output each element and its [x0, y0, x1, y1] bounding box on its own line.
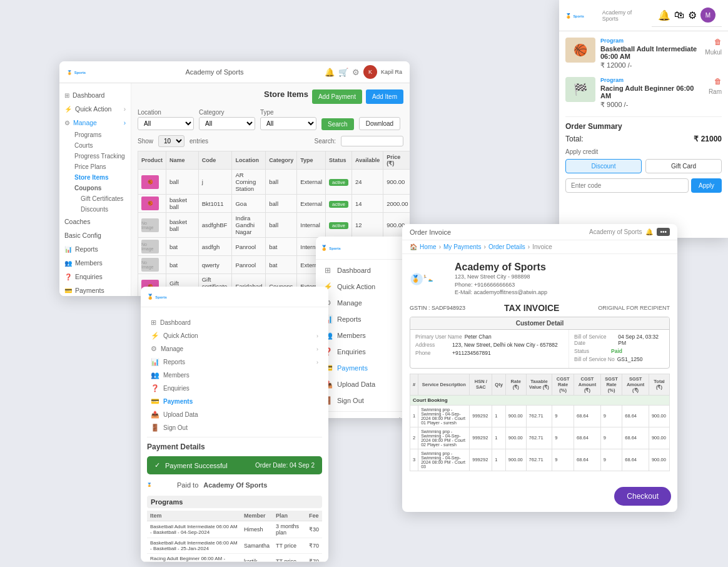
- pay-nav-upload[interactable]: 📤 Upload Data: [147, 408, 322, 421]
- inv-col-desc: Service Description: [418, 374, 470, 395]
- sidebar-item-enquiries[interactable]: ❓ Enquiries: [59, 270, 131, 284]
- checkout-button[interactable]: Checkout: [614, 487, 671, 506]
- inv-col-sgst-amt: SGST Amount (₹): [622, 374, 649, 395]
- cart-bag-icon[interactable]: 🛍: [674, 9, 684, 21]
- pay-nav-quick-action[interactable]: ⚡ Quick Action ›: [147, 329, 322, 342]
- cart-body: 🏀 Program Basketball Adult Intermediate …: [559, 31, 728, 238]
- download-button[interactable]: Download: [359, 117, 400, 130]
- nav-label-manage: Manage: [337, 299, 362, 307]
- inv-phone-label: Phone: [415, 350, 450, 356]
- row-status: active: [326, 195, 352, 213]
- location-label: Location: [138, 109, 194, 116]
- show-select[interactable]: 10: [158, 135, 185, 147]
- prog-member: Himesh: [241, 521, 273, 538]
- inv-col-hsn: HSN / SAC: [470, 374, 492, 395]
- inv-dots-icon[interactable]: •••: [657, 228, 670, 236]
- inv-bell-icon[interactable]: 🔔: [645, 228, 653, 235]
- table-search-input[interactable]: [341, 136, 403, 146]
- row-available: 14: [352, 195, 383, 213]
- programs-table-row: Basketball Adult Intermediate 06:00 AM -…: [147, 538, 322, 554]
- inv-row-rate: 900.00: [505, 405, 526, 427]
- sidebar-item-dashboard[interactable]: ⊞ Dashboard: [59, 88, 131, 102]
- bell-icon[interactable]: 🔔: [325, 68, 335, 77]
- submenu-programs[interactable]: Programs: [71, 130, 131, 140]
- add-payment-button[interactable]: Add Payment: [312, 89, 362, 104]
- row-location: Goa: [232, 195, 266, 213]
- sidebar-item-reports[interactable]: 📊 Reports: [59, 242, 131, 256]
- submenu-store-items[interactable]: Store Items: [71, 172, 131, 183]
- breadcrumb-order-details[interactable]: Order Details: [488, 243, 525, 250]
- submenu-courts[interactable]: Courts: [71, 140, 131, 151]
- category-select[interactable]: All: [199, 117, 255, 130]
- pay-nav-reports[interactable]: 📊 Reports ›: [147, 355, 322, 369]
- pay-nav-manage[interactable]: ⚙ Manage ›: [147, 342, 322, 355]
- breadcrumb-home[interactable]: Home: [420, 243, 437, 250]
- cart-gear-icon[interactable]: ⚙: [688, 9, 697, 21]
- svg-text:Sports: Sports: [155, 295, 166, 299]
- settings-icon[interactable]: ⚙: [352, 68, 360, 77]
- col-available: Available: [352, 151, 383, 170]
- cart-item-1-seller: Mukul: [705, 49, 722, 56]
- sidebar-item-payments[interactable]: 💳 Payments: [59, 284, 131, 296]
- submenu-coupons[interactable]: Coupons: [71, 183, 131, 193]
- inv-row-num: 2: [410, 427, 418, 449]
- inv-col-qty: Qty: [492, 374, 506, 395]
- row-price: 2000.00: [383, 195, 410, 213]
- row-available: 12: [352, 213, 383, 238]
- sidebar-item-quick-action[interactable]: ⚡ Quick Action ›: [59, 102, 131, 116]
- gift-card-button[interactable]: Gift Card: [645, 159, 722, 173]
- submenu-gift-certificates[interactable]: Gift Certificates: [77, 193, 131, 204]
- submenu-progress-tracking[interactable]: Progress Tracking: [71, 151, 131, 161]
- programs-table-row: Racing Adult Beginner 06:00 AM - Racing …: [147, 554, 322, 562]
- enter-code-input[interactable]: [565, 178, 689, 193]
- type-select[interactable]: All: [260, 117, 316, 130]
- cart-icon[interactable]: 🛒: [338, 68, 348, 77]
- row-name: basket ball: [166, 213, 199, 238]
- payment-success-bar: ✓ Payment Successful Order Date: 04 Sep …: [147, 456, 322, 474]
- pay-nav-enquiries-label: Enquiries: [163, 385, 190, 392]
- invoice-title-row: GSTIN : SADF948923 TAX INVOICE ORIGINAL …: [410, 303, 670, 313]
- cart-bell-icon[interactable]: 🔔: [658, 9, 670, 21]
- sidebar-item-coaches[interactable]: Coaches: [59, 215, 131, 228]
- submenu-price-plans[interactable]: Price Plans: [71, 161, 131, 172]
- inv-section-header: Court Booking: [410, 395, 670, 405]
- cart-item-2-name: Racing Adult Beginner 06:00 AM: [600, 84, 704, 100]
- search-button[interactable]: Search: [321, 118, 354, 130]
- pay-nav-payments[interactable]: 💳 Payments: [147, 395, 322, 408]
- cart-user-avatar[interactable]: M: [700, 8, 715, 23]
- inv-row-desc: Swimming pnp - Swimming - 04-Sep-2024 08…: [418, 405, 470, 427]
- discount-button[interactable]: Discount: [565, 159, 642, 173]
- nav-label-reports: Reports: [337, 315, 361, 323]
- location-select[interactable]: All: [138, 117, 194, 130]
- pay-nav-dashboard[interactable]: ⊞ Dashboard: [147, 316, 322, 329]
- row-location: Panrool: [232, 256, 266, 274]
- cart-topbar: 🏅 Sports Academy of Sports 🔔 🛍 ⚙ M: [559, 0, 728, 31]
- cart-item-1-right: 🗑 Mukul: [705, 38, 722, 56]
- sidebar-item-manage[interactable]: ⚙ Manage ›: [59, 116, 131, 130]
- pay-nav-enquiries-icon: ❓: [151, 384, 159, 392]
- add-item-button[interactable]: Add Item: [366, 89, 403, 104]
- user-avatar[interactable]: K: [363, 65, 377, 79]
- pay-nav-members[interactable]: 👥 Members: [147, 369, 322, 382]
- enter-code-row: Apply: [565, 178, 722, 193]
- invoice-company-phone: Phone: +916666666663: [455, 281, 670, 289]
- apply-button[interactable]: Apply: [691, 178, 722, 193]
- col-price: Price (₹): [383, 151, 410, 170]
- pay-nav-quickaction-arrow: ›: [316, 333, 318, 339]
- invoice-topbar: Order Invoice Academy of Sports 🔔 •••: [402, 224, 677, 240]
- invoice-topbar-academy: Academy of Sports: [589, 228, 642, 235]
- inv-court-booking-header: Court Booking: [410, 395, 670, 405]
- sidebar-item-members[interactable]: 👥 Members: [59, 256, 131, 270]
- cart-item-1-delete-icon[interactable]: 🗑: [714, 38, 722, 46]
- manage-icon: ⚙: [64, 120, 70, 126]
- pay-nav-signout[interactable]: 🚪 Sign Out: [147, 421, 322, 434]
- inv-bill-no-label: Bill of Service No: [574, 356, 615, 362]
- type-label: Type: [260, 109, 316, 116]
- pay-nav-enquiries[interactable]: ❓ Enquiries: [147, 382, 322, 395]
- inv-primary-user-val: Peter Chan: [465, 334, 492, 340]
- submenu-discounts[interactable]: Discounts: [77, 204, 131, 215]
- cart-item-2-delete-icon[interactable]: 🗑: [714, 77, 722, 86]
- breadcrumb-my-payments[interactable]: My Payments: [443, 243, 482, 250]
- inv-row-sgst-rate: 9: [600, 449, 622, 471]
- sidebar-item-basic-config[interactable]: Basic Config: [59, 228, 131, 242]
